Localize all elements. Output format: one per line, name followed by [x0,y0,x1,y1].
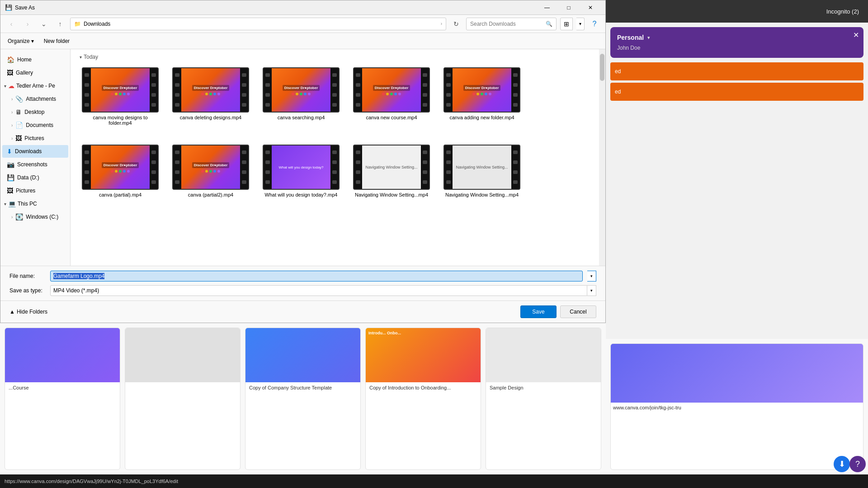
organize-toolbar: Organize ▾ New folder [0,33,605,49]
scrollbar-thumb[interactable] [600,54,604,81]
sidebar-item-home[interactable]: 🏠 Home [2,53,68,66]
main-area: 🏠 Home 🖼 Gallery ▾ ☁ Tedler Arne - Pe › … [0,49,605,266]
dropdown-button[interactable]: ⌄ [38,18,50,30]
thumb-content: Discover Dr●ptober [362,68,421,112]
sidebar-item-tedler[interactable]: ▾ ☁ Tedler Arne - Pe [0,80,70,92]
bottom-card-3[interactable]: Copy of Company Structure Template [245,328,361,470]
right-card-1[interactable]: www.canva.com/join/tkg-jsc-tru [610,343,863,470]
download-circle-button[interactable]: ⬇ [834,456,850,472]
file-label: canva (partial2).mp4 [188,192,233,197]
organize-label: Organize [8,38,30,44]
sidebar-item-desktop[interactable]: › 🖥 Desktop [2,106,68,118]
video-thumbnail: Discover Dr●ptober [172,67,249,113]
address-bar[interactable]: 📁 Downloads › [70,18,446,30]
sidebar-item-windowsc[interactable]: › 💽 Windows (C:) [2,211,68,223]
filename-dropdown[interactable]: ▾ [587,271,596,282]
attachments-icon: 📎 [15,95,23,103]
file-item[interactable]: Discover Dr●ptober [170,142,251,200]
sidebar-item-pictures2[interactable]: 🖼 Pictures [2,184,68,197]
thumb-dots [201,93,220,95]
account-header: Personal ▾ [617,34,857,41]
search-box[interactable]: 🔍 [466,18,557,30]
up-button[interactable]: ↑ [54,18,66,30]
bottom-card-1[interactable]: ...Course [5,328,120,470]
sidebar-item-label: Data (D:) [17,174,39,181]
thumb-image: Discover Dr●ptober [91,145,150,189]
scrollbar[interactable] [599,49,605,266]
new-folder-button[interactable]: New folder [40,36,73,47]
savetype-label: Save as type: [9,287,46,294]
film-strip-right [330,145,339,189]
savetype-value: MP4 Video (*.mp4) [50,285,587,296]
sidebar-item-downloads[interactable]: ⬇ Downloads [2,145,68,158]
view-toggle-button[interactable]: ⊞ [560,18,573,30]
sidebar-item-label: Gallery [16,70,33,76]
sidebar-item-documents[interactable]: › 📄 Documents [2,119,68,131]
save-as-dialog: 💾 Save As — □ ✕ ‹ › ⌄ ↑ 📁 Downloads › ↻ … [0,0,606,323]
sidebar-item-label: Windows (C:) [26,214,58,220]
thumb-image: Navigating Window Setting... [453,145,511,189]
film-strip-right [150,68,158,112]
search-input[interactable] [470,21,544,27]
minimize-button[interactable]: — [537,0,557,15]
sidebar-item-thispc[interactable]: ▾ 💻 This PC [0,197,70,210]
sidebar-item-screenshots[interactable]: 📷 Screenshots [2,158,68,171]
cancel-button[interactable]: Cancel [560,305,596,318]
file-item[interactable]: Navigating Window Setting... Navigating … [441,142,523,200]
card-thumbnail [486,328,601,382]
film-strip-left [354,145,362,189]
help-icon-area[interactable]: ? [849,456,866,472]
bottom-card-5[interactable]: Sample Design [486,328,601,470]
sidebar-item-attachments[interactable]: › 📎 Attachments [2,93,68,105]
sidebar-item-datad[interactable]: 💾 Data (D:) [2,171,68,184]
close-panel-button[interactable]: ✕ [853,31,859,39]
close-button[interactable]: ✕ [580,0,601,15]
card-thumbnail [125,328,240,382]
view-dropdown-button[interactable]: ▾ [576,18,585,30]
help-button[interactable]: ? [588,18,601,30]
file-label: Navigating Window Setting...mp4 [445,192,519,197]
thumb-text: Discover Dr●ptober [463,85,501,91]
windowsc-icon: 💽 [15,213,23,221]
thumb-content: Discover Dr●ptober [453,68,511,112]
film-strip-left [264,68,272,112]
section-chevron: ▾ [80,55,82,60]
filename-input[interactable] [50,271,583,282]
forward-button[interactable]: › [21,18,34,30]
hide-folders-button[interactable]: ▲ Hide Folders [9,309,47,315]
thumb-image: Discover Dr●ptober [181,145,240,189]
orange-button-2[interactable]: ed [610,83,863,101]
file-item[interactable]: What will you design today? What will yo… [260,142,342,200]
file-item[interactable]: Discover Dr●ptober [80,142,161,200]
sidebar-item-pictures[interactable]: › 🖼 Pictures [2,132,68,145]
file-item[interactable]: Discover Dr●ptober [260,65,342,128]
file-item[interactable]: Discover Dr●ptober [170,65,251,128]
save-button[interactable]: Save [520,305,557,318]
address-chevron: › [441,21,442,26]
sidebar-item-label: Pictures [16,188,35,194]
thumb-dots [472,93,491,95]
back-button[interactable]: ‹ [5,18,18,30]
sidebar-item-label: Tedler Arne - Pe [16,83,55,89]
sidebar-item-label: Documents [26,122,53,128]
download-icon-area[interactable]: ⬇ [834,456,850,472]
file-item[interactable]: Discover Dr●ptober [80,65,161,128]
maximize-button[interactable]: □ [558,0,579,15]
savetype-dropdown[interactable]: ▾ [587,285,596,296]
thumb-image: Navigating Window Setting... [362,145,421,189]
account-panel: ✕ Personal ▾ John Doe [610,27,863,58]
section-label: Today [84,54,98,60]
sidebar-item-label: Downloads [15,148,42,155]
help-circle-button[interactable]: ? [849,456,866,472]
sidebar-item-gallery[interactable]: 🖼 Gallery [2,66,68,79]
bottom-card-2[interactable] [125,328,241,470]
file-item[interactable]: Navigating Window Setting... Navigating … [351,142,432,200]
file-item[interactable]: Discover Dr●ptober [351,65,432,128]
file-item[interactable]: Discover Dr●ptober [441,65,523,128]
refresh-button[interactable]: ↻ [450,18,462,30]
organize-button[interactable]: Organize ▾ [5,36,37,47]
right-bottom-content: www.canva.com/join/tkg-jsc-tru [606,339,868,474]
orange-button-1[interactable]: ed [610,62,863,80]
browser-bottom-content: ...Course Copy of Company Structure Temp… [0,323,606,474]
bottom-card-4[interactable]: Introdu... Onbo... Copy of Introduction … [365,328,481,470]
